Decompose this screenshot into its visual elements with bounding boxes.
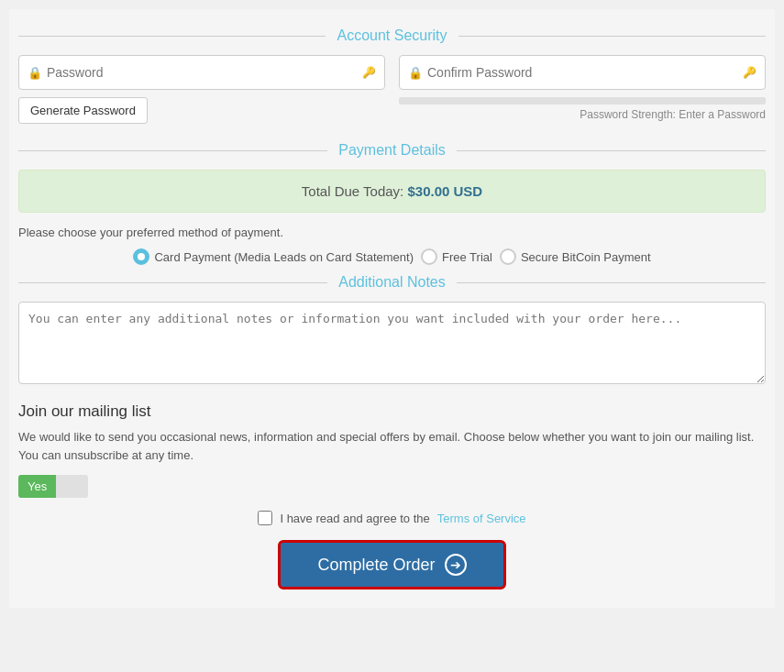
- complete-order-label: Complete Order: [317, 556, 435, 575]
- generate-btn-row: Generate Password Password Strength: Ent…: [18, 97, 766, 124]
- key-icon-password[interactable]: 🔑: [362, 66, 376, 79]
- tos-row: I have read and agree to the Terms of Se…: [18, 511, 766, 525]
- total-amount: $30.00 USD: [407, 183, 482, 199]
- additional-notes-header: Additional Notes: [18, 274, 766, 291]
- payment-details-title: Payment Details: [327, 142, 457, 159]
- payment-option-bitcoin-label: Secure BitCoin Payment: [521, 250, 651, 264]
- total-due-box: Total Due Today: $30.00 USD: [18, 170, 766, 213]
- notes-line-left: [18, 282, 327, 283]
- payment-option-card[interactable]: Card Payment (Media Leads on Card Statem…: [133, 248, 414, 265]
- password-strength-col: Password Strength: Enter a Password: [399, 97, 766, 124]
- payment-method-label: Please choose your preferred method of p…: [18, 226, 766, 239]
- radio-card[interactable]: [133, 248, 149, 265]
- arrow-circle-icon: ➔: [445, 554, 467, 576]
- lock-icon-confirm: 🔒: [408, 66, 423, 80]
- password-input[interactable]: [18, 55, 385, 90]
- radio-free-trial[interactable]: [421, 248, 437, 265]
- payment-option-free-trial[interactable]: Free Trial: [421, 248, 492, 265]
- password-row: 🔒 🔑 🔒 🔑: [18, 55, 766, 90]
- strength-bar: [399, 97, 766, 105]
- toggle-no-button[interactable]: [56, 475, 87, 498]
- notes-line-right: [457, 282, 766, 283]
- payment-option-card-label: Card Payment (Media Leads on Card Statem…: [154, 250, 414, 264]
- notes-textarea[interactable]: [18, 302, 766, 384]
- account-security-header: Account Security: [18, 28, 766, 44]
- payment-line-right: [457, 150, 766, 151]
- mailing-section: Join our mailing list We would like to s…: [18, 402, 766, 498]
- confirm-password-field: 🔒 🔑: [399, 55, 766, 90]
- payment-options: Card Payment (Media Leads on Card Statem…: [18, 248, 766, 265]
- total-label: Total Due Today:: [302, 183, 403, 199]
- mailing-toggle: Yes: [18, 475, 766, 498]
- complete-order-wrapper: Complete Order ➔: [18, 540, 766, 589]
- generate-password-button[interactable]: Generate Password: [18, 97, 148, 124]
- radio-bitcoin[interactable]: [500, 248, 516, 265]
- account-security-title: Account Security: [326, 28, 458, 44]
- payment-line-left: [18, 150, 327, 151]
- main-container: Account Security 🔒 🔑 🔒 🔑 Generate Passwo…: [9, 9, 775, 608]
- tos-link[interactable]: Terms of Service: [437, 512, 526, 525]
- password-field: 🔒 🔑: [18, 55, 385, 90]
- toggle-yes-button[interactable]: Yes: [18, 475, 56, 498]
- strength-text: Password Strength: Enter a Password: [399, 108, 766, 121]
- arrow-icon: ➔: [450, 557, 461, 572]
- payment-option-free-trial-label: Free Trial: [442, 250, 492, 264]
- tos-label: I have read and agree to the: [280, 512, 429, 525]
- payment-option-bitcoin[interactable]: Secure BitCoin Payment: [500, 248, 651, 265]
- payment-details-header: Payment Details: [18, 142, 766, 159]
- key-icon-confirm[interactable]: 🔑: [743, 66, 756, 79]
- tos-checkbox[interactable]: [258, 511, 272, 525]
- mailing-description: We would like to send you occasional new…: [18, 428, 766, 464]
- complete-order-button[interactable]: Complete Order ➔: [278, 540, 505, 589]
- header-line-right: [458, 36, 766, 37]
- additional-notes-title: Additional Notes: [327, 274, 457, 291]
- lock-icon-password: 🔒: [28, 66, 42, 80]
- mailing-title: Join our mailing list: [18, 402, 766, 421]
- header-line-left: [18, 36, 326, 37]
- confirm-password-input[interactable]: [399, 55, 766, 90]
